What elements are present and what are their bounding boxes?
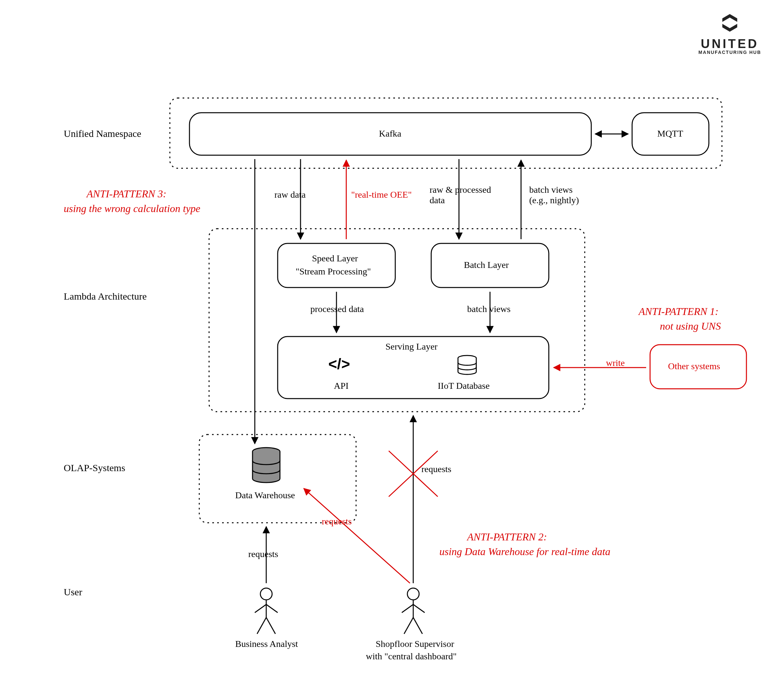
api-icon: </> <box>328 355 350 372</box>
speed-layer-label2: "Stream Processing" <box>296 266 371 277</box>
svg-line-9 <box>257 617 266 634</box>
api-label: API <box>334 381 348 391</box>
other-systems-label: Other systems <box>668 361 720 372</box>
antipattern-1-title: ANTI-PATTERN 1: <box>639 305 718 317</box>
kafka-label: Kafka <box>379 128 401 139</box>
svg-line-13 <box>402 604 413 613</box>
iiot-db-label: IIoT Database <box>438 381 490 391</box>
edge-batch-views: batch views <box>467 304 510 314</box>
shopfloor-supervisor-icon <box>402 588 425 634</box>
row-label-olap: OLAP-Systems <box>64 462 125 473</box>
svg-text:</>: </> <box>328 355 350 372</box>
antipattern-3-title: ANTI-PATTERN 3: <box>87 188 166 200</box>
edge-shopfloor-dw-requests: requests <box>322 516 352 527</box>
edge-raw-processed: raw & processed data <box>429 185 491 205</box>
serving-layer-label: Serving Layer <box>386 341 437 352</box>
svg-point-11 <box>408 588 419 600</box>
diagram-canvas: UNITED MANUFACTURING HUB <box>0 0 784 675</box>
data-warehouse-label: Data Warehouse <box>235 490 295 501</box>
svg-point-5 <box>260 588 272 600</box>
speed-layer-label1: Speed Layer <box>312 253 358 264</box>
edge-realtime-oee: "real-time OEE" <box>351 190 412 200</box>
antipattern-2-body: using Data Warehouse for real-time data <box>439 546 611 558</box>
antipattern-3-body: using the wrong calculation type <box>64 202 200 215</box>
antipattern-1-body: not using UNS <box>660 320 721 332</box>
arrow-shopfloor-dw <box>304 488 410 583</box>
batch-layer-label: Batch Layer <box>464 260 509 270</box>
svg-line-7 <box>255 604 266 613</box>
speed-layer-box <box>278 243 395 288</box>
edge-raw-data: raw data <box>274 190 306 200</box>
mqtt-label: MQTT <box>657 128 683 139</box>
svg-line-15 <box>404 617 413 634</box>
edge-processed-data: processed data <box>310 304 364 314</box>
shopfloor-label1: Shopfloor Supervisor <box>376 639 454 649</box>
edge-batch-views-nightly: batch views (e.g., nightly) <box>529 185 579 205</box>
diagram-svg: </> <box>0 0 784 675</box>
edge-write: write <box>606 358 625 368</box>
shopfloor-label2: with "central dashboard" <box>366 651 457 662</box>
row-label-lambda: Lambda Architecture <box>64 291 147 302</box>
svg-line-14 <box>413 604 425 613</box>
edge-ba-requests: requests <box>248 549 278 559</box>
business-analyst-icon <box>255 588 278 634</box>
svg-line-8 <box>266 604 278 613</box>
row-label-unified-namespace: Unified Namespace <box>64 128 141 139</box>
antipattern-2-title: ANTI-PATTERN 2: <box>467 531 547 543</box>
database-icon <box>458 355 476 375</box>
row-label-user: User <box>64 586 82 597</box>
svg-line-16 <box>413 617 422 634</box>
business-analyst-label: Business Analyst <box>235 639 298 649</box>
data-warehouse-icon <box>252 448 280 482</box>
edge-shopfloor-requests: requests <box>422 464 451 474</box>
svg-line-10 <box>266 617 275 634</box>
